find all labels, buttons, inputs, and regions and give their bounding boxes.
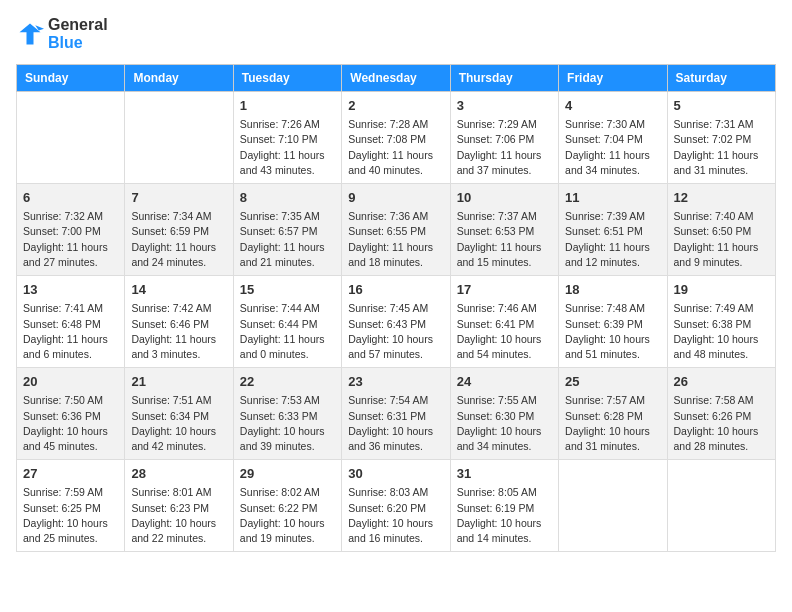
day-number: 23 <box>348 373 443 391</box>
day-number: 7 <box>131 189 226 207</box>
calendar-cell: 20Sunrise: 7:50 AM Sunset: 6:36 PM Dayli… <box>17 368 125 460</box>
calendar-cell: 13Sunrise: 7:41 AM Sunset: 6:48 PM Dayli… <box>17 276 125 368</box>
day-info: Sunrise: 7:57 AM Sunset: 6:28 PM Dayligh… <box>565 393 660 454</box>
calendar-cell <box>667 460 775 552</box>
calendar-cell <box>125 92 233 184</box>
day-info: Sunrise: 7:40 AM Sunset: 6:50 PM Dayligh… <box>674 209 769 270</box>
day-info: Sunrise: 7:41 AM Sunset: 6:48 PM Dayligh… <box>23 301 118 362</box>
day-info: Sunrise: 7:28 AM Sunset: 7:08 PM Dayligh… <box>348 117 443 178</box>
day-info: Sunrise: 7:29 AM Sunset: 7:06 PM Dayligh… <box>457 117 552 178</box>
day-number: 15 <box>240 281 335 299</box>
calendar-week-2: 6Sunrise: 7:32 AM Sunset: 7:00 PM Daylig… <box>17 184 776 276</box>
logo: General Blue <box>16 16 108 52</box>
weekday-header-wednesday: Wednesday <box>342 65 450 92</box>
day-info: Sunrise: 7:50 AM Sunset: 6:36 PM Dayligh… <box>23 393 118 454</box>
day-number: 19 <box>674 281 769 299</box>
day-number: 21 <box>131 373 226 391</box>
calendar-cell: 31Sunrise: 8:05 AM Sunset: 6:19 PM Dayli… <box>450 460 558 552</box>
calendar-week-3: 13Sunrise: 7:41 AM Sunset: 6:48 PM Dayli… <box>17 276 776 368</box>
day-number: 30 <box>348 465 443 483</box>
calendar-cell: 1Sunrise: 7:26 AM Sunset: 7:10 PM Daylig… <box>233 92 341 184</box>
day-info: Sunrise: 7:53 AM Sunset: 6:33 PM Dayligh… <box>240 393 335 454</box>
weekday-header-tuesday: Tuesday <box>233 65 341 92</box>
logo-text: General Blue <box>48 16 108 52</box>
calendar-cell: 28Sunrise: 8:01 AM Sunset: 6:23 PM Dayli… <box>125 460 233 552</box>
day-number: 2 <box>348 97 443 115</box>
day-number: 16 <box>348 281 443 299</box>
day-number: 27 <box>23 465 118 483</box>
day-number: 1 <box>240 97 335 115</box>
day-info: Sunrise: 7:36 AM Sunset: 6:55 PM Dayligh… <box>348 209 443 270</box>
day-number: 18 <box>565 281 660 299</box>
day-number: 3 <box>457 97 552 115</box>
day-number: 17 <box>457 281 552 299</box>
day-info: Sunrise: 7:39 AM Sunset: 6:51 PM Dayligh… <box>565 209 660 270</box>
day-number: 4 <box>565 97 660 115</box>
calendar-week-1: 1Sunrise: 7:26 AM Sunset: 7:10 PM Daylig… <box>17 92 776 184</box>
day-number: 28 <box>131 465 226 483</box>
day-number: 22 <box>240 373 335 391</box>
day-number: 11 <box>565 189 660 207</box>
day-number: 8 <box>240 189 335 207</box>
calendar-cell: 9Sunrise: 7:36 AM Sunset: 6:55 PM Daylig… <box>342 184 450 276</box>
day-info: Sunrise: 7:35 AM Sunset: 6:57 PM Dayligh… <box>240 209 335 270</box>
weekday-header-sunday: Sunday <box>17 65 125 92</box>
calendar-cell: 5Sunrise: 7:31 AM Sunset: 7:02 PM Daylig… <box>667 92 775 184</box>
day-info: Sunrise: 7:49 AM Sunset: 6:38 PM Dayligh… <box>674 301 769 362</box>
calendar-table: SundayMondayTuesdayWednesdayThursdayFrid… <box>16 64 776 552</box>
calendar-week-4: 20Sunrise: 7:50 AM Sunset: 6:36 PM Dayli… <box>17 368 776 460</box>
calendar-cell <box>17 92 125 184</box>
logo-icon <box>16 20 44 48</box>
weekday-header-monday: Monday <box>125 65 233 92</box>
day-number: 24 <box>457 373 552 391</box>
day-info: Sunrise: 7:58 AM Sunset: 6:26 PM Dayligh… <box>674 393 769 454</box>
calendar-cell: 4Sunrise: 7:30 AM Sunset: 7:04 PM Daylig… <box>559 92 667 184</box>
calendar-cell: 23Sunrise: 7:54 AM Sunset: 6:31 PM Dayli… <box>342 368 450 460</box>
day-number: 5 <box>674 97 769 115</box>
calendar-cell: 7Sunrise: 7:34 AM Sunset: 6:59 PM Daylig… <box>125 184 233 276</box>
day-number: 6 <box>23 189 118 207</box>
calendar-cell: 8Sunrise: 7:35 AM Sunset: 6:57 PM Daylig… <box>233 184 341 276</box>
day-info: Sunrise: 7:31 AM Sunset: 7:02 PM Dayligh… <box>674 117 769 178</box>
day-info: Sunrise: 8:02 AM Sunset: 6:22 PM Dayligh… <box>240 485 335 546</box>
header-row: SundayMondayTuesdayWednesdayThursdayFrid… <box>17 65 776 92</box>
day-info: Sunrise: 8:05 AM Sunset: 6:19 PM Dayligh… <box>457 485 552 546</box>
day-info: Sunrise: 7:32 AM Sunset: 7:00 PM Dayligh… <box>23 209 118 270</box>
day-info: Sunrise: 7:55 AM Sunset: 6:30 PM Dayligh… <box>457 393 552 454</box>
calendar-cell: 19Sunrise: 7:49 AM Sunset: 6:38 PM Dayli… <box>667 276 775 368</box>
day-info: Sunrise: 7:42 AM Sunset: 6:46 PM Dayligh… <box>131 301 226 362</box>
calendar-cell: 6Sunrise: 7:32 AM Sunset: 7:00 PM Daylig… <box>17 184 125 276</box>
calendar-cell: 30Sunrise: 8:03 AM Sunset: 6:20 PM Dayli… <box>342 460 450 552</box>
calendar-cell: 27Sunrise: 7:59 AM Sunset: 6:25 PM Dayli… <box>17 460 125 552</box>
calendar-cell: 14Sunrise: 7:42 AM Sunset: 6:46 PM Dayli… <box>125 276 233 368</box>
weekday-header-friday: Friday <box>559 65 667 92</box>
day-info: Sunrise: 7:37 AM Sunset: 6:53 PM Dayligh… <box>457 209 552 270</box>
calendar-cell: 25Sunrise: 7:57 AM Sunset: 6:28 PM Dayli… <box>559 368 667 460</box>
day-info: Sunrise: 7:59 AM Sunset: 6:25 PM Dayligh… <box>23 485 118 546</box>
weekday-header-saturday: Saturday <box>667 65 775 92</box>
day-number: 12 <box>674 189 769 207</box>
calendar-cell: 26Sunrise: 7:58 AM Sunset: 6:26 PM Dayli… <box>667 368 775 460</box>
calendar-cell: 3Sunrise: 7:29 AM Sunset: 7:06 PM Daylig… <box>450 92 558 184</box>
calendar-cell: 10Sunrise: 7:37 AM Sunset: 6:53 PM Dayli… <box>450 184 558 276</box>
calendar-cell: 18Sunrise: 7:48 AM Sunset: 6:39 PM Dayli… <box>559 276 667 368</box>
calendar-cell: 21Sunrise: 7:51 AM Sunset: 6:34 PM Dayli… <box>125 368 233 460</box>
calendar-cell: 17Sunrise: 7:46 AM Sunset: 6:41 PM Dayli… <box>450 276 558 368</box>
day-info: Sunrise: 7:26 AM Sunset: 7:10 PM Dayligh… <box>240 117 335 178</box>
day-info: Sunrise: 7:54 AM Sunset: 6:31 PM Dayligh… <box>348 393 443 454</box>
day-number: 14 <box>131 281 226 299</box>
day-number: 31 <box>457 465 552 483</box>
weekday-header-thursday: Thursday <box>450 65 558 92</box>
day-info: Sunrise: 7:48 AM Sunset: 6:39 PM Dayligh… <box>565 301 660 362</box>
day-info: Sunrise: 7:51 AM Sunset: 6:34 PM Dayligh… <box>131 393 226 454</box>
calendar-week-5: 27Sunrise: 7:59 AM Sunset: 6:25 PM Dayli… <box>17 460 776 552</box>
calendar-cell: 11Sunrise: 7:39 AM Sunset: 6:51 PM Dayli… <box>559 184 667 276</box>
day-number: 29 <box>240 465 335 483</box>
day-number: 20 <box>23 373 118 391</box>
calendar-cell: 2Sunrise: 7:28 AM Sunset: 7:08 PM Daylig… <box>342 92 450 184</box>
day-info: Sunrise: 7:34 AM Sunset: 6:59 PM Dayligh… <box>131 209 226 270</box>
calendar-cell: 29Sunrise: 8:02 AM Sunset: 6:22 PM Dayli… <box>233 460 341 552</box>
page-header: General Blue <box>16 16 776 52</box>
day-number: 26 <box>674 373 769 391</box>
calendar-cell <box>559 460 667 552</box>
